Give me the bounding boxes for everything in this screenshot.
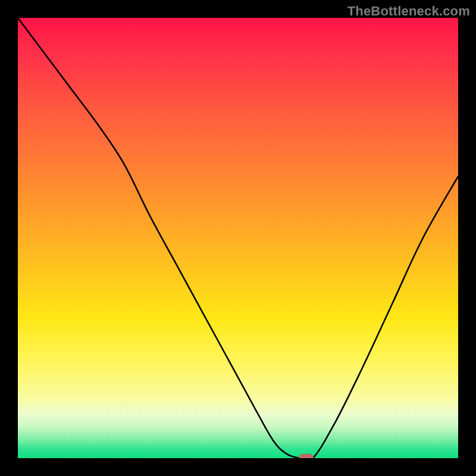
watermark-text: TheBottleneck.com xyxy=(347,4,470,19)
chart-plot-area xyxy=(18,18,458,458)
optimal-point-marker xyxy=(299,454,314,458)
chart-svg xyxy=(18,18,458,458)
bottleneck-curve xyxy=(18,18,458,458)
